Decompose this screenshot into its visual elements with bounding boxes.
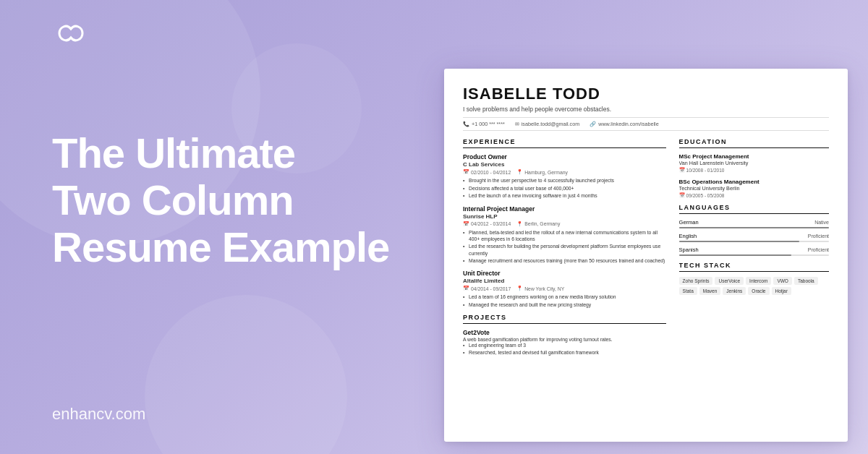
- projects-title: PROJECTS: [463, 314, 666, 324]
- job-1-bullets: Brought in the user perspective to 4 suc…: [463, 177, 666, 200]
- edu-2-date: 📅 09/2005 - 05/2008: [679, 192, 829, 198]
- edu-2: BSc Operations Management Technical Univ…: [679, 179, 829, 198]
- lang-spanish: Spanish Proficient: [679, 247, 829, 256]
- lang-english-bar-bg: [679, 241, 829, 242]
- job-3-meta: 📅 04/2014 - 09/2017 📍 New York City, NY: [463, 286, 666, 291]
- lang-spanish-level: Proficient: [808, 247, 829, 252]
- job-2: Internal Project Manager Sunrise HLP 📅 0…: [463, 205, 666, 265]
- job-1-bullet-2: Decisions affected a total user base of …: [463, 185, 666, 192]
- resume-header: ISABELLE TODD I solve problems and help …: [463, 85, 829, 131]
- email-icon: ✉: [515, 121, 519, 127]
- logo: [52, 20, 90, 49]
- project-1-bullet-1: Led engineering team of 3: [463, 343, 666, 349]
- job-1-bullet-3: Led the launch of a new invoicing softwa…: [463, 192, 666, 199]
- tech-stack-title: TECH STACK: [679, 262, 829, 272]
- lang-english-bar-fill: [679, 241, 799, 242]
- resume-name: ISABELLE TODD: [463, 85, 829, 103]
- headline-line3: Resume Example: [52, 224, 399, 271]
- lang-german-name: German: [679, 219, 699, 226]
- job-3: Unit Director Altalife Limited 📅 04/2014…: [463, 270, 666, 308]
- job-2-bullet-2: Led the research for building the person…: [463, 243, 666, 256]
- tech-tag-stata: Stata: [679, 287, 697, 295]
- phone-icon: 📞: [463, 121, 469, 127]
- job-3-title: Unit Director: [463, 270, 666, 277]
- resume-columns: EXPERIENCE Product Owner C Lab Services …: [463, 138, 829, 434]
- headline: The Ultimate Two Column Resume Example: [52, 130, 399, 271]
- lang-english-level: Proficient: [808, 234, 829, 239]
- tech-tag-zoho: Zoho Sprints: [679, 277, 713, 285]
- contact-phone: 📞 +1 000 *** ****: [463, 121, 505, 127]
- experience-title: EXPERIENCE: [463, 138, 666, 148]
- job-2-title: Internal Project Manager: [463, 205, 666, 213]
- job-1-company: C Lab Services: [463, 161, 666, 168]
- tech-tag-hotjar: Hotjar: [772, 287, 791, 295]
- job-3-location: 📍 New York City, NY: [516, 286, 564, 291]
- job-2-bullets: Planned, beta-tested and led the rollout…: [463, 229, 666, 265]
- lang-english-name: English: [679, 233, 697, 239]
- job-1-date: 📅 02/2010 - 04/2012: [463, 169, 511, 175]
- edu-1-date: 📅 10/2008 - 01/2010: [679, 167, 829, 173]
- col-right: EDUCATION MSc Project Management Van Hal…: [679, 138, 829, 434]
- tech-tags: Zoho Sprints UserVoice Intercom VWO Tabo…: [679, 277, 829, 295]
- tech-tag-jenkins: Jenkins: [723, 287, 746, 295]
- job-1-meta: 📅 02/2010 - 04/2012 📍 Hamburg, Germany: [463, 169, 666, 175]
- job-2-location: 📍 Berlin, Germany: [516, 221, 560, 227]
- website: enhancv.com: [52, 405, 145, 424]
- resume-tagline: I solve problems and help people overcom…: [463, 106, 829, 113]
- lang-spanish-name: Spanish: [679, 247, 699, 253]
- job-2-bullet-1: Planned, beta-tested and led the rollout…: [463, 229, 666, 242]
- edu-1-school: Van Hall Larenstein University: [679, 160, 829, 166]
- edu-1-degree: MSc Project Management: [679, 153, 829, 160]
- lang-german-bar-bg: [679, 227, 829, 228]
- lang-spanish-bar-bg: [679, 254, 829, 256]
- job-2-bullet-3: Manage recruitment and resources trainin…: [463, 257, 666, 264]
- lang-spanish-row: Spanish Proficient: [679, 247, 829, 253]
- edu-2-date-icon: 📅: [679, 192, 685, 198]
- job-3-date: 📅 04/2014 - 09/2017: [463, 286, 511, 291]
- job-1: Product Owner C Lab Services 📅 02/2010 -…: [463, 153, 666, 200]
- job-2-date: 📅 04/2012 - 03/2014: [463, 221, 511, 227]
- job-3-bullet-2: Managed the research and built the new p…: [463, 301, 666, 308]
- lang-spanish-bar-fill: [679, 254, 792, 256]
- lang-english: English Proficient: [679, 233, 829, 242]
- languages-title: LANGUAGES: [679, 204, 829, 214]
- job-3-bullets: Led a team of 16 engineers working on a …: [463, 294, 666, 308]
- resume-contact: 📞 +1 000 *** **** ✉ isabelle.todd@gmail.…: [463, 117, 829, 131]
- job-1-bullet-1: Brought in the user perspective to 4 suc…: [463, 177, 666, 184]
- lang-german-bar-fill: [679, 227, 829, 228]
- contact-email: ✉ isabelle.todd@gmail.com: [515, 121, 579, 127]
- resume-card: ISABELLE TODD I solve problems and help …: [444, 69, 848, 442]
- edu-1: MSc Project Management Van Hall Larenste…: [679, 153, 829, 173]
- edu-2-school: Technical University Berlin: [679, 185, 829, 192]
- tech-tag-intercom: Intercom: [746, 277, 771, 285]
- project-1-title: Get2Vote: [463, 329, 666, 336]
- job-3-bullet-1: Led a team of 16 engineers working on a …: [463, 294, 666, 300]
- lang-german-row: German Native: [679, 219, 829, 226]
- tech-tag-maven: Maven: [699, 287, 721, 295]
- project-1: Get2Vote A web based gamification platfo…: [463, 329, 666, 356]
- job-3-company: Altalife Limited: [463, 278, 666, 284]
- education-title: EDUCATION: [679, 138, 829, 148]
- tech-tag-uservoice: UserVoice: [715, 277, 744, 285]
- job-2-meta: 📅 04/2012 - 03/2014 📍 Berlin, Germany: [463, 221, 666, 227]
- linkedin-icon: 🔗: [590, 121, 596, 127]
- headline-line1: The Ultimate: [52, 130, 399, 177]
- job-1-location: 📍 Hamburg, Germany: [516, 169, 568, 175]
- contact-linkedin: 🔗 www.linkedin.com/isabelle: [590, 121, 659, 127]
- job-1-title: Product Owner: [463, 153, 666, 160]
- tech-tag-vwo: VWO: [773, 277, 792, 285]
- project-1-desc: A web based gamification platform for im…: [463, 337, 666, 342]
- project-1-bullet-2: Researched, tested and devised full gami…: [463, 350, 666, 356]
- edu-2-degree: BSc Operations Management: [679, 179, 829, 185]
- tech-tag-taboola: Taboola: [794, 277, 818, 285]
- left-content: The Ultimate Two Column Resume Example: [52, 130, 399, 271]
- headline-line2: Two Column: [52, 177, 399, 224]
- col-experience: EXPERIENCE Product Owner C Lab Services …: [463, 138, 666, 434]
- lang-german: German Native: [679, 219, 829, 228]
- job-2-company: Sunrise HLP: [463, 213, 666, 220]
- edu-1-date-icon: 📅: [679, 167, 685, 173]
- project-1-bullets: Led engineering team of 3 Researched, te…: [463, 343, 666, 356]
- tech-tag-oracle: Oracle: [748, 287, 769, 295]
- lang-german-level: Native: [814, 220, 829, 225]
- bg-circle-medium: [145, 295, 347, 454]
